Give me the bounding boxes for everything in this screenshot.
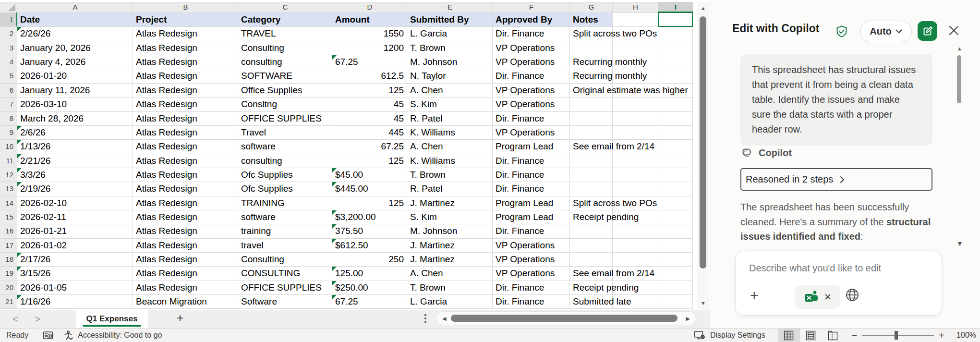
cell-C7[interactable]: Consltng (241, 97, 277, 111)
cell-D20[interactable]: $250.00 (335, 281, 368, 294)
row-header-21[interactable]: 21 (0, 294, 17, 308)
cell-C10[interactable]: software (241, 139, 276, 153)
row-header-9[interactable]: 9 (0, 125, 17, 139)
cell-B11[interactable]: Atlas Redesign (136, 154, 197, 168)
cell-D8[interactable]: 45 (332, 111, 404, 125)
horizontal-scroll-thumb[interactable] (451, 315, 678, 322)
column-header-A[interactable]: A (17, 2, 133, 12)
scroll-right-icon[interactable]: ▶ (686, 316, 690, 322)
cell-D9[interactable]: 445 (332, 125, 404, 139)
cell-A19[interactable]: 3/15/26 (20, 266, 50, 280)
zoom-slider-thumb[interactable] (895, 331, 898, 340)
cell-F5[interactable]: Dir. Finance (496, 69, 544, 83)
scroll-up-icon[interactable]: ▲ (701, 6, 706, 11)
cell-B9[interactable]: Atlas Redesign (136, 125, 197, 139)
cell-E9[interactable]: K. Williams (410, 125, 455, 139)
workbook-context-chip[interactable]: ✕ (795, 285, 840, 309)
cell-B20[interactable]: Atlas Redesign (136, 281, 197, 294)
cell-B16[interactable]: Atlas Redesign (136, 224, 197, 238)
cell-C5[interactable]: SOFTWARE (241, 69, 292, 83)
cell-G19[interactable]: See email from 2/14 (573, 266, 693, 280)
column-header-B[interactable]: B (133, 2, 238, 12)
cell-F15[interactable]: Program Lead (496, 210, 553, 224)
column-header-C[interactable]: C (238, 2, 332, 12)
cell-E14[interactable]: J. Martinez (410, 196, 455, 210)
cell-C2[interactable]: TRAVEL (241, 26, 276, 40)
column-header-E[interactable]: E (407, 2, 493, 12)
display-settings-icon[interactable] (694, 330, 705, 341)
row-header-17[interactable]: 17 (0, 238, 17, 252)
cell-A13[interactable]: 2/19/26 (20, 182, 50, 195)
active-cell-I1[interactable] (658, 12, 693, 27)
cell-B7[interactable]: Atlas Redesign (136, 97, 197, 111)
cell-E5[interactable]: N. Taylor (410, 69, 446, 83)
row-header-13[interactable]: 13 (0, 182, 17, 195)
cell-A6[interactable]: January 11, 2026 (20, 83, 90, 97)
header-cell-F1[interactable]: Approved By (496, 12, 552, 26)
column-header-D[interactable]: D (332, 2, 407, 12)
cell-C14[interactable]: TRAINING (241, 196, 285, 210)
cell-F14[interactable]: Program Lead (496, 196, 553, 210)
cell-D16[interactable]: 375.50 (335, 224, 363, 238)
cell-C6[interactable]: Office Supplies (241, 83, 302, 97)
add-attachment-button[interactable]: + (747, 288, 762, 303)
cell-E6[interactable]: A. Chen (410, 83, 443, 97)
cell-C8[interactable]: OFFICE SUPPLIES (241, 111, 322, 125)
prev-sheet-button[interactable]: < (12, 314, 18, 324)
cell-F9[interactable]: VP Operations (496, 125, 555, 139)
cell-F13[interactable]: Dir. Finance (496, 182, 544, 195)
row-header-6[interactable]: 6 (0, 83, 17, 97)
header-cell-D1[interactable]: Amount (335, 12, 370, 26)
remove-context-icon[interactable]: ✕ (824, 292, 832, 303)
cell-D4[interactable]: 67.25 (335, 55, 358, 69)
cell-C11[interactable]: consulting (241, 154, 282, 168)
cell-E19[interactable]: A. Chen (410, 266, 443, 280)
cell-E20[interactable]: T. Brown (410, 281, 446, 294)
column-header-I[interactable]: I (658, 2, 693, 12)
header-cell-C1[interactable]: Category (241, 12, 280, 26)
cell-F12[interactable]: Dir. Finance (496, 168, 544, 182)
accessibility-status[interactable]: Accessibility: Good to go (78, 331, 162, 340)
mode-dropdown[interactable]: Auto (860, 21, 912, 42)
cell-A7[interactable]: 2026-03-10 (20, 97, 67, 111)
cell-A18[interactable]: 2/17/26 (20, 252, 50, 266)
cell-A15[interactable]: 2026-02-11 (20, 210, 66, 224)
cell-A2[interactable]: 2/26/26 (20, 26, 50, 40)
cell-E11[interactable]: K. Williams (410, 154, 455, 168)
cell-A16[interactable]: 2026-01-21 (20, 224, 67, 238)
column-header-G[interactable]: G (570, 2, 613, 12)
cell-F10[interactable]: Program Lead (496, 139, 553, 153)
header-cell-B1[interactable]: Project (136, 12, 167, 26)
cell-E21[interactable]: L. Garcia (410, 294, 447, 308)
cell-E7[interactable]: S. Kim (410, 97, 437, 111)
normal-view-button[interactable] (778, 329, 800, 342)
cell-A17[interactable]: 2026-01-02 (20, 238, 67, 252)
cell-F19[interactable]: VP Operations (496, 266, 555, 280)
zoom-out-button[interactable]: − (852, 330, 858, 340)
cell-F21[interactable]: Dir. Finance (496, 294, 544, 308)
cell-A20[interactable]: 2026-01-05 (20, 281, 67, 294)
cell-A4[interactable]: January 4, 2026 (20, 55, 85, 69)
cell-C17[interactable]: travel (241, 238, 263, 252)
header-cell-A1[interactable]: Date (20, 12, 40, 26)
cell-E10[interactable]: A. Chen (410, 139, 443, 153)
close-icon[interactable] (948, 25, 959, 36)
row-header-18[interactable]: 18 (0, 252, 17, 266)
cell-F16[interactable]: Dir. Finance (496, 224, 544, 238)
spreadsheet-grid[interactable]: ABCDEFGHI1DateProjectCategoryAmountSubmi… (0, 0, 697, 310)
reasoned-steps-expander[interactable]: Reasoned in 2 steps (740, 168, 932, 191)
cell-E8[interactable]: R. Patel (410, 111, 443, 125)
row-header-3[interactable]: 3 (0, 41, 17, 55)
cell-C9[interactable]: Travel (241, 125, 266, 139)
column-header-F[interactable]: F (493, 2, 570, 12)
cell-G6[interactable]: Original estimate was higher (573, 83, 693, 97)
header-cell-E1[interactable]: Submitted By (410, 12, 469, 26)
cell-B17[interactable]: Atlas Redesign (136, 238, 197, 252)
cell-E16[interactable]: M. Johnson (410, 224, 457, 238)
row-header-1[interactable]: 1 (0, 12, 17, 26)
cell-G4[interactable]: Recurring monthly (573, 55, 693, 69)
cell-G20[interactable]: Receipt pending (573, 281, 693, 294)
cell-G14[interactable]: Split across two POs (573, 196, 693, 210)
cell-B15[interactable]: Atlas Redesign (136, 210, 197, 224)
cell-C4[interactable]: consulting (241, 55, 282, 69)
